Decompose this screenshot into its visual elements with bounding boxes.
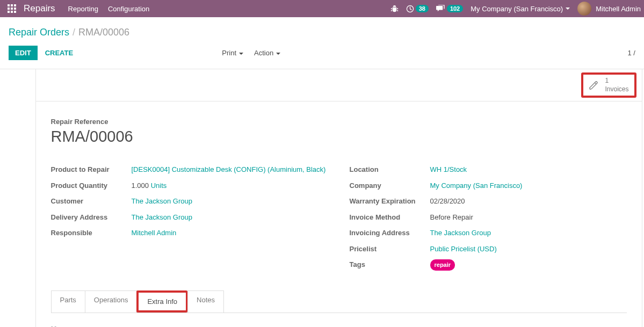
tags-label: Tags <box>350 259 430 271</box>
breadcrumb-current: RMA/00006 <box>78 27 129 38</box>
svg-rect-8 <box>14 11 16 13</box>
pricelist-label: Pricelist <box>350 244 430 255</box>
repair-reference-value: RMA/00006 <box>51 128 627 146</box>
location-value[interactable]: WH 1/Stock <box>430 165 467 173</box>
invoices-count: 1 <box>605 77 628 85</box>
messages-icon[interactable]: 102 <box>436 5 463 13</box>
tab-operations[interactable]: Operations <box>85 290 138 313</box>
location-label: Location <box>350 164 430 175</box>
customer-label: Customer <box>51 196 132 207</box>
form-sheet: 1 Invoices Repair Reference RMA/00006 Pr… <box>35 69 642 327</box>
svg-rect-1 <box>11 4 13 6</box>
activities-icon[interactable]: 38 <box>406 5 429 13</box>
move-label: Move <box>51 325 328 327</box>
responsible-value[interactable]: Mitchell Admin <box>132 229 177 237</box>
product-quantity-units[interactable]: Units <box>151 181 167 190</box>
warranty-value: 02/28/2020 <box>430 196 627 207</box>
svg-rect-0 <box>8 4 10 6</box>
top-navbar: Repairs Reporting Configuration 38 102 M… <box>0 0 644 17</box>
breadcrumb-root[interactable]: Repair Orders <box>9 27 69 38</box>
user-avatar <box>577 2 591 16</box>
invoice-method-value: Before Repair <box>430 212 627 223</box>
breadcrumb: Repair Orders / RMA/00006 <box>0 17 644 39</box>
svg-rect-6 <box>8 11 10 13</box>
responsible-label: Responsible <box>51 228 132 238</box>
delivery-address-value[interactable]: The Jackson Group <box>132 213 192 221</box>
tab-notes[interactable]: Notes <box>187 290 224 313</box>
nav-reporting[interactable]: Reporting <box>68 5 98 13</box>
pencil-icon <box>588 79 599 91</box>
company-switcher[interactable]: My Company (San Francisco) <box>471 5 570 13</box>
tabs: Parts Operations Extra Info Notes <box>51 290 627 313</box>
breadcrumb-separator: / <box>69 27 78 38</box>
invoices-stat-button[interactable]: 1 Invoices <box>581 72 636 98</box>
debug-icon[interactable] <box>390 5 399 13</box>
tab-extra-info[interactable]: Extra Info <box>139 293 186 310</box>
repair-reference-label: Repair Reference <box>51 118 627 126</box>
svg-rect-5 <box>14 8 16 10</box>
pager[interactable]: 1 / <box>628 49 635 57</box>
svg-rect-7 <box>11 11 13 13</box>
action-dropdown[interactable]: Action <box>254 49 280 57</box>
product-to-repair-value[interactable]: [DESK0004] Customizable Desk (CONFIG) (A… <box>132 165 326 173</box>
print-dropdown[interactable]: Print <box>222 49 243 57</box>
messages-badge: 102 <box>447 5 463 12</box>
company-value[interactable]: My Company (San Francisco) <box>430 181 523 190</box>
user-name: Mitchell Admin <box>596 5 641 13</box>
nav-configuration[interactable]: Configuration <box>108 5 149 13</box>
svg-rect-4 <box>11 8 13 10</box>
user-menu[interactable]: Mitchell Admin <box>577 2 641 16</box>
tab-content-extra-info: Move Repaired Invoiced <box>51 313 627 327</box>
activities-badge: 38 <box>416 5 429 12</box>
invoicing-address-value[interactable]: The Jackson Group <box>430 229 491 237</box>
warranty-label: Warranty Expiration <box>350 196 430 207</box>
control-bar: EDIT CREATE Print Action 1 / <box>0 39 644 69</box>
edit-button[interactable]: EDIT <box>9 46 38 60</box>
svg-rect-3 <box>8 8 10 10</box>
product-quantity-value: 1.000 <box>132 181 149 190</box>
app-brand[interactable]: Repairs <box>24 3 68 14</box>
nav-menu: Reporting Configuration <box>68 5 150 13</box>
invoice-method-label: Invoice Method <box>350 212 430 223</box>
product-quantity-label: Product Quantity <box>51 180 132 191</box>
pricelist-value[interactable]: Public Pricelist (USD) <box>430 245 497 253</box>
customer-value[interactable]: The Jackson Group <box>132 197 192 205</box>
invoicing-address-label: Invoicing Address <box>350 228 430 238</box>
create-button[interactable]: CREATE <box>38 46 81 60</box>
company-label: Company <box>350 180 430 191</box>
tag-repair: repair <box>430 259 455 271</box>
delivery-address-label: Delivery Address <box>51 212 132 223</box>
product-to-repair-label: Product to Repair <box>51 164 132 175</box>
invoices-label: Invoices <box>605 85 628 94</box>
svg-rect-2 <box>14 4 16 6</box>
apps-menu-icon[interactable] <box>0 4 24 13</box>
tab-parts[interactable]: Parts <box>51 290 85 313</box>
